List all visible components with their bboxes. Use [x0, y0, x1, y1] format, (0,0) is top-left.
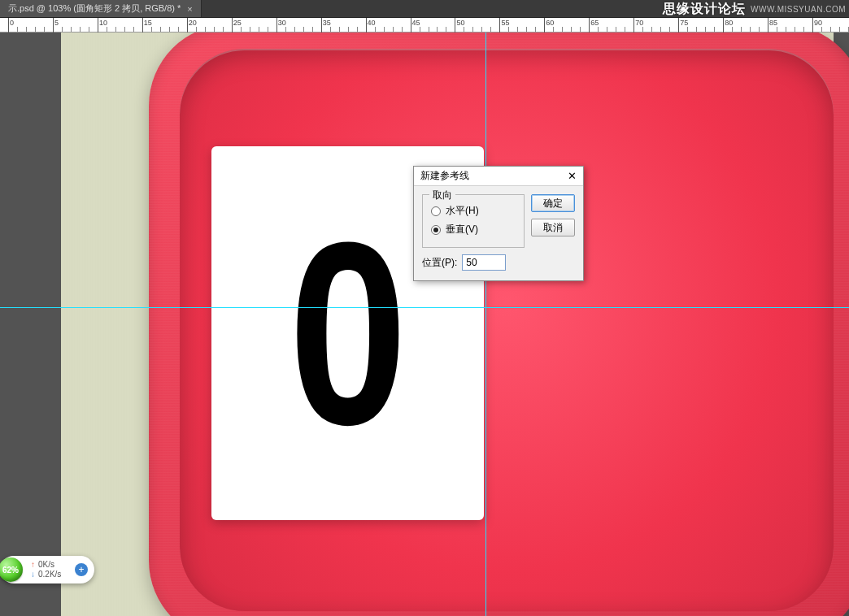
dialog-titlebar[interactable]: 新建参考线 ✕ [414, 167, 583, 186]
ruler-tick-minor [205, 27, 206, 32]
radio-horizontal-row[interactable]: 水平(H) [431, 202, 516, 220]
ruler-tick-minor [420, 27, 420, 32]
watermark-cn: 思缘设计论坛 [663, 1, 746, 18]
dialog-left-column: 取向 水平(H) 垂直(V) 位置(P): [422, 194, 525, 271]
position-input[interactable] [462, 254, 506, 271]
ruler-tick-minor [571, 27, 572, 32]
ruler-tick-label: 20 [189, 19, 197, 27]
ruler-tick-minor [107, 27, 107, 32]
ruler-tick [98, 18, 98, 33]
ruler-tick [187, 18, 188, 33]
dialog-body: 取向 水平(H) 垂直(V) 位置(P): 确定 取消 [414, 186, 583, 280]
ruler-tick [589, 18, 590, 33]
ruler-tick-label: 35 [323, 19, 331, 27]
ruler-tick-minor [580, 27, 581, 32]
canvas-workspace[interactable]: 0 新建参考线 ✕ 取向 水平(H) 垂直(V) [0, 33, 849, 616]
document-tab[interactable]: 示.psd @ 103% (圆角矩形 2 拷贝, RGB/8) * × [0, 0, 202, 17]
ruler-tick-minor [472, 27, 473, 32]
usage-orb[interactable]: 62% [0, 557, 23, 582]
plus-icon[interactable]: + [75, 563, 88, 576]
ruler-tick-minor [660, 27, 661, 32]
ruler-tick-minor [241, 27, 242, 32]
ruler-tick-minor [348, 27, 349, 32]
ruler-tick-minor [17, 27, 18, 32]
usage-percent: 62% [2, 566, 19, 575]
ruler-tick-minor [429, 27, 429, 32]
ruler-tick-minor [402, 27, 403, 32]
ruler-horizontal[interactable]: 051015202530354045505560657075808590 [0, 18, 849, 33]
ruler-tick-minor [759, 27, 760, 32]
watermark: 思缘设计论坛 WWW.MISSYUAN.COM [663, 1, 846, 18]
ruler-tick-minor [312, 27, 313, 32]
ruler-tick-minor [517, 27, 518, 32]
radio-vertical-row[interactable]: 垂直(V) [431, 220, 516, 239]
big-digit: 0 [289, 184, 407, 483]
network-widget[interactable]: 62% ↑0K/s ↓0.2K/s + [0, 556, 94, 583]
radio-vertical[interactable] [431, 225, 441, 235]
ruler-tick-minor [490, 27, 491, 32]
ruler-tick-minor [285, 27, 286, 32]
ok-button[interactable]: 确定 [531, 194, 575, 212]
guide-horizontal[interactable] [0, 307, 849, 308]
ruler-tick [455, 18, 455, 33]
ruler-tick-label: 5 [54, 19, 59, 27]
guide-vertical[interactable] [485, 33, 486, 616]
upload-row: ↑0K/s [31, 560, 61, 570]
ruler-tick [768, 18, 768, 33]
ruler-tick-minor [393, 27, 394, 32]
ruler-tick-label: 30 [278, 19, 286, 27]
ruler-tick-minor [553, 27, 554, 32]
ruler-tick [142, 18, 143, 33]
ruler-tick-minor [178, 27, 179, 32]
ruler-tick-minor [714, 27, 715, 32]
dialog-right-column: 确定 取消 [531, 194, 575, 271]
ruler-tick [499, 18, 500, 33]
ruler-tick-minor [786, 27, 786, 32]
ruler-tick-minor [124, 27, 125, 32]
ruler-tick [276, 18, 277, 33]
ruler-tick-label: 55 [501, 19, 509, 27]
ruler-tick-label: 50 [456, 19, 464, 27]
ruler-tick-minor [598, 27, 599, 32]
ruler-tick-minor [250, 27, 250, 32]
ruler-tick-minor [750, 27, 751, 32]
close-icon[interactable]: × [187, 4, 192, 14]
ruler-tick-minor [562, 27, 563, 32]
close-icon[interactable]: ✕ [564, 169, 580, 184]
ruler-tick-minor [115, 27, 116, 32]
ruler-tick-minor [214, 27, 215, 32]
ruler-tick [411, 18, 411, 33]
ruler-tick [321, 18, 322, 33]
ruler-tick-minor [651, 27, 652, 32]
ruler-tick-minor [830, 27, 831, 32]
ruler-tick-minor [223, 27, 224, 32]
ruler-tick-minor [160, 27, 161, 32]
cancel-button[interactable]: 取消 [531, 219, 575, 236]
ruler-tick-minor [642, 27, 643, 32]
ruler-tick [633, 18, 634, 33]
ruler-tick-label: 15 [144, 19, 152, 27]
radio-horizontal[interactable] [431, 206, 441, 216]
ruler-tick-label: 40 [368, 19, 376, 27]
ruler-tick-label: 10 [99, 19, 107, 27]
ruler-tick-minor [375, 27, 376, 32]
document-tab-title: 示.psd @ 103% (圆角矩形 2 拷贝, RGB/8) * [8, 2, 181, 15]
ruler-tick-minor [508, 27, 509, 32]
ruler-tick [232, 18, 233, 33]
ruler-tick-minor [526, 27, 527, 32]
orientation-legend: 取向 [429, 189, 455, 202]
ruler-tick-minor [687, 27, 688, 32]
ruler-tick-minor [330, 27, 331, 32]
document-canvas[interactable]: 0 [61, 33, 834, 616]
ruler-tick-minor [616, 27, 616, 32]
upload-speed: 0K/s [38, 560, 54, 570]
ruler-tick [812, 18, 813, 33]
ruler-tick-minor [464, 27, 464, 32]
ruler-tick-minor [26, 27, 27, 32]
ruler-tick-minor [705, 27, 706, 32]
ruler-tick-minor [669, 27, 670, 32]
ruler-tick-minor [607, 27, 607, 32]
ruler-tick-label: 90 [814, 19, 822, 27]
ruler-tick-minor [625, 27, 625, 32]
position-label: 位置(P): [422, 256, 457, 270]
